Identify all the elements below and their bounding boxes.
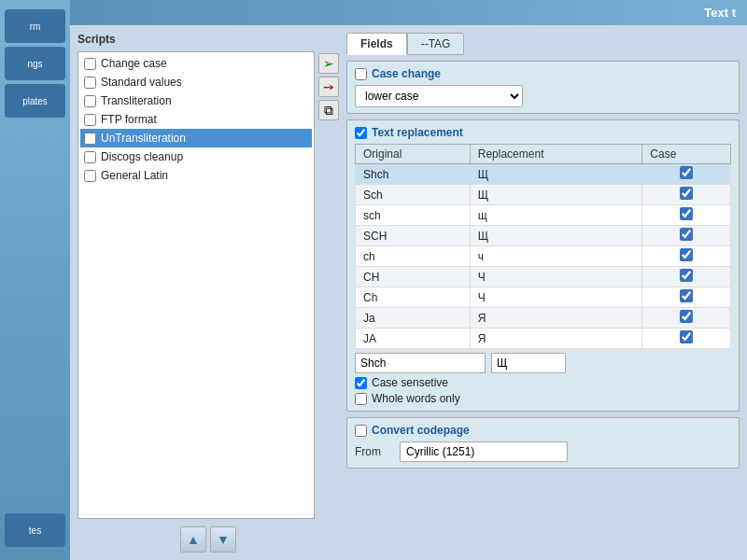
tab-fields[interactable]: Fields [346, 33, 407, 55]
case-cell-checkbox[interactable] [680, 228, 693, 241]
tabs: Fields--TAG [346, 33, 740, 55]
scripts-buttons: ➢ ➙ ⧉ [318, 51, 339, 519]
table-row[interactable]: ShchЩ [356, 164, 731, 185]
table-row[interactable]: chч [356, 246, 731, 267]
script-label-untransliteration: UnTransliteration [101, 132, 186, 145]
script-label-standard-values: Standard values [101, 76, 182, 89]
move-down-button[interactable]: ▼ [210, 526, 236, 553]
replacement-cell: Щ [470, 164, 642, 185]
replacement-cell: Я [470, 329, 642, 349]
sidebar-item-form[interactable]: rm [5, 9, 65, 43]
case-change-checkbox[interactable] [355, 68, 367, 80]
original-cell: sch [356, 205, 471, 226]
title-bar: Text t [70, 0, 747, 25]
case-change-dropdown[interactable]: lower caseupper casetitle casesentence c… [355, 85, 523, 107]
case-cell-checkbox[interactable] [680, 248, 693, 261]
convert-codepage-checkbox[interactable] [355, 425, 367, 437]
case-cell-checkbox[interactable] [680, 330, 693, 343]
replacement-cell: Щ [470, 226, 642, 246]
replacement-cell: ч [470, 246, 642, 267]
replacement-cell: Я [470, 308, 642, 329]
sidebar: rm ngs plates tes [0, 0, 70, 560]
script-checkbox-general-latin[interactable] [84, 170, 96, 182]
text-replacement-checkbox[interactable] [355, 127, 367, 139]
case-cell-checkbox[interactable] [680, 207, 693, 220]
scripts-title: Scripts [78, 33, 339, 46]
case-change-label: Case change [372, 67, 441, 80]
scripts-panel: Scripts Change caseStandard valuesTransl… [78, 33, 339, 553]
whole-words-checkbox[interactable] [355, 393, 367, 405]
script-label-change-case: Change case [101, 57, 167, 70]
case-sensitive-row: Case sensetive [355, 376, 731, 389]
copy-script-button[interactable]: ⧉ [318, 100, 339, 120]
sidebar-item-settings[interactable]: ngs [5, 47, 65, 80]
remove-script-button[interactable]: ➙ [318, 77, 339, 97]
case-cell [642, 226, 731, 246]
case-cell [642, 164, 731, 185]
edit-row [355, 353, 731, 373]
table-row[interactable]: SchЩ [356, 185, 731, 205]
right-panel: Fields--TAG Case change lower caseupper … [346, 33, 740, 553]
add-script-button[interactable]: ➢ [318, 53, 339, 74]
text-replacement-label: Text replacement [372, 126, 463, 139]
col-header-replacement: Replacement [470, 145, 642, 164]
case-change-section: Case change lower caseupper casetitle ca… [346, 61, 740, 114]
case-cell [642, 329, 731, 349]
sidebar-item-templates[interactable]: plates [5, 84, 65, 118]
script-checkbox-standard-values[interactable] [84, 77, 96, 89]
move-up-button[interactable]: ▲ [180, 526, 206, 553]
script-item-standard-values[interactable]: Standard values [80, 73, 312, 91]
convert-codepage-title: Convert codepage [355, 424, 731, 437]
replacement-cell: Щ [470, 185, 642, 205]
col-header-case: Case [642, 145, 731, 164]
case-cell-checkbox[interactable] [680, 187, 693, 200]
table-row[interactable]: ChЧ [356, 287, 731, 308]
from-value-input[interactable] [400, 441, 568, 462]
case-cell-checkbox[interactable] [680, 310, 693, 323]
script-item-general-latin[interactable]: General Latin [80, 166, 312, 185]
case-sensitive-checkbox[interactable] [355, 377, 367, 389]
script-checkbox-transliteration[interactable] [84, 95, 96, 107]
case-change-title: Case change [355, 67, 731, 80]
script-label-general-latin: General Latin [101, 169, 168, 182]
whole-words-row: Whole words only [355, 392, 731, 405]
original-cell: SCH [356, 226, 471, 246]
script-checkbox-ftp-format[interactable] [84, 114, 96, 126]
original-cell: Ja [356, 308, 471, 329]
case-cell-checkbox[interactable] [680, 166, 693, 179]
script-checkbox-change-case[interactable] [84, 58, 96, 70]
sidebar-bottom: tes [5, 513, 65, 560]
script-checkbox-discogs-cleanup[interactable] [84, 151, 96, 163]
script-item-untransliteration[interactable]: UnTransliteration [80, 129, 312, 147]
sidebar-item-bottom[interactable]: tes [5, 513, 65, 547]
replacement-input[interactable] [491, 353, 566, 373]
table-row[interactable]: JaЯ [356, 308, 731, 329]
from-label: From [355, 445, 392, 458]
table-row[interactable]: CHЧ [356, 267, 731, 287]
case-cell-checkbox[interactable] [680, 289, 693, 302]
content-area: Scripts Change caseStandard valuesTransl… [70, 25, 747, 560]
table-row[interactable]: SCHЩ [356, 226, 731, 246]
text-replacement-section: Text replacement OriginalReplacementCase… [346, 119, 740, 412]
original-cell: JA [356, 329, 471, 349]
script-label-ftp-format: FTP format [101, 113, 157, 126]
script-item-transliteration[interactable]: Transliteration [80, 91, 312, 110]
convert-codepage-label: Convert codepage [372, 424, 470, 437]
main-area: Text t Scripts Change caseStandard value… [70, 0, 747, 560]
original-input[interactable] [355, 353, 486, 373]
replacement-table: OriginalReplacementCase ShchЩSchЩschщSCH… [355, 144, 731, 349]
script-item-ftp-format[interactable]: FTP format [80, 110, 312, 129]
col-header-original: Original [356, 145, 471, 164]
text-replacement-title: Text replacement [355, 126, 731, 139]
table-row[interactable]: schщ [356, 205, 731, 226]
scripts-arrows: ▲ ▼ [78, 526, 339, 553]
script-item-change-case[interactable]: Change case [80, 54, 312, 73]
table-row[interactable]: JAЯ [356, 329, 731, 349]
scripts-list: Change caseStandard valuesTransliteratio… [78, 51, 315, 519]
original-cell: Sch [356, 185, 471, 205]
script-checkbox-untransliteration[interactable] [84, 133, 96, 145]
script-item-discogs-cleanup[interactable]: Discogs cleanup [80, 147, 312, 166]
case-cell [642, 246, 731, 267]
case-cell-checkbox[interactable] [680, 269, 693, 282]
tab-tag[interactable]: --TAG [407, 33, 465, 55]
